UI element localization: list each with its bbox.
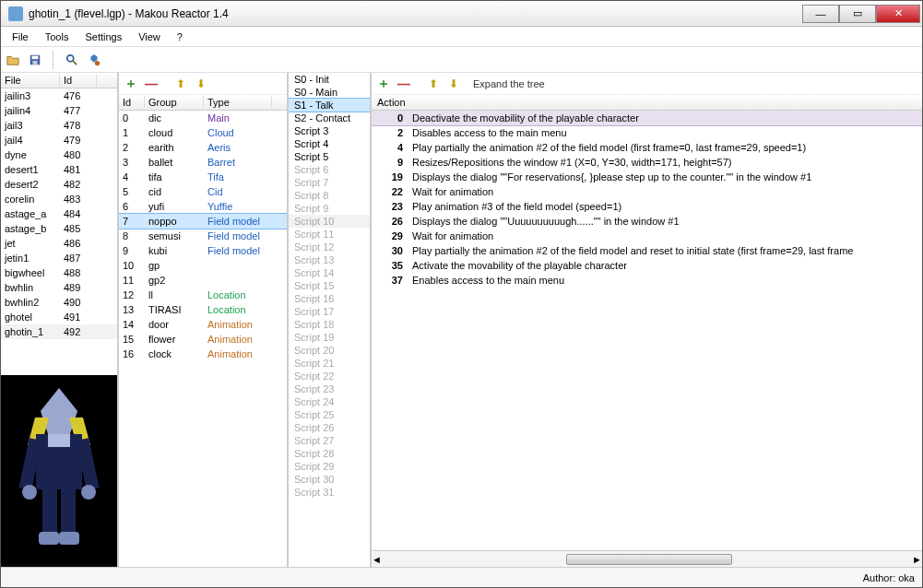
script-row[interactable]: Script 4: [289, 137, 370, 150]
script-row: Script 30: [289, 473, 370, 486]
file-row[interactable]: desert1481: [1, 162, 117, 177]
script-row: Script 26: [289, 421, 370, 434]
script-list-panel: S0 - InitS0 - MainS1 - TalkS2 - ContactS…: [289, 73, 372, 567]
group-row[interactable]: 5cidCid: [119, 184, 287, 199]
menu-file[interactable]: File: [5, 29, 36, 44]
action-row[interactable]: 30Play partially the animation #2 of the…: [372, 243, 922, 258]
file-row[interactable]: astage_b485: [1, 221, 117, 236]
svg-line-4: [73, 60, 77, 64]
maximize-button[interactable]: ▭: [839, 5, 876, 23]
script-row[interactable]: S2 - Contact: [289, 112, 370, 124]
script-row: Script 8: [289, 189, 370, 202]
file-row[interactable]: bigwheel488: [1, 265, 117, 280]
remove-group-icon[interactable]: ―: [143, 76, 160, 92]
menu-settings[interactable]: Settings: [77, 29, 129, 44]
file-list-panel: File Id jailin3476jailin4477jail3478jail…: [1, 73, 119, 567]
group-row[interactable]: 4tifaTifa: [119, 170, 287, 184]
group-row[interactable]: 16clockAnimation: [119, 347, 287, 361]
file-row[interactable]: corelin483: [1, 192, 117, 206]
script-row[interactable]: S0 - Main: [289, 86, 370, 99]
script-row: Script 23: [289, 382, 370, 395]
script-row: Script 13: [289, 253, 370, 266]
file-row[interactable]: jetin1487: [1, 251, 117, 265]
remove-action-icon[interactable]: ―: [396, 76, 412, 92]
script-row: Script 16: [289, 292, 370, 305]
model-icon[interactable]: [86, 52, 102, 68]
action-row[interactable]: 19Displays the dialog ""For reservations…: [372, 170, 922, 184]
menu-help[interactable]: ?: [170, 29, 190, 44]
titlebar: ghotin_1 (flevel.lgp) - Makou Reactor 1.…: [1, 1, 922, 27]
move-up-icon[interactable]: ⬆: [172, 76, 189, 92]
file-row[interactable]: jailin3476: [1, 88, 117, 103]
search-icon[interactable]: [64, 52, 80, 68]
group-row[interactable]: 15flowerAnimation: [119, 332, 287, 347]
script-row: Script 29: [289, 460, 370, 473]
file-row[interactable]: dyne480: [1, 147, 117, 162]
script-row[interactable]: S0 - Init: [289, 73, 370, 86]
file-row[interactable]: jail3478: [1, 118, 117, 133]
horizontal-scrollbar[interactable]: ◄►: [372, 550, 922, 567]
group-row[interactable]: 7noppoField model: [119, 214, 287, 229]
svg-point-5: [95, 60, 100, 65]
action-down-icon[interactable]: ⬇: [445, 76, 462, 92]
group-row[interactable]: 9kubiField model: [119, 243, 287, 258]
group-row[interactable]: 10gp: [119, 258, 287, 273]
file-row[interactable]: bwhlin489: [1, 280, 117, 295]
group-row[interactable]: 2earithAeris: [119, 140, 287, 155]
action-row[interactable]: 0Deactivate the movability of the playab…: [372, 111, 922, 125]
action-row[interactable]: 9Resizes/Repositions the window #1 (X=0,…: [372, 155, 922, 170]
add-group-icon[interactable]: ＋: [123, 76, 139, 92]
minimize-button[interactable]: —: [802, 5, 839, 23]
file-row[interactable]: ghotel491: [1, 310, 117, 324]
svg-point-3: [67, 54, 74, 61]
action-header: Action: [372, 95, 922, 111]
group-row[interactable]: 0dicMain: [119, 111, 287, 125]
character-model: [4, 388, 114, 554]
action-row[interactable]: 35Activate the movability of the playabl…: [372, 258, 922, 273]
group-row[interactable]: 13TIRASILocation: [119, 302, 287, 317]
script-row[interactable]: Script 5: [289, 150, 370, 163]
action-row[interactable]: 22Wait for animation: [372, 184, 922, 199]
open-icon[interactable]: [5, 52, 21, 68]
menu-tools[interactable]: Tools: [38, 29, 77, 44]
action-row[interactable]: 29Wait for animation: [372, 229, 922, 243]
toolbar: [1, 47, 922, 73]
group-row[interactable]: 14doorAnimation: [119, 317, 287, 332]
move-down-icon[interactable]: ⬇: [193, 76, 209, 92]
group-row[interactable]: 6yufiYuffie: [119, 199, 287, 214]
action-row[interactable]: 37Enables access to the main menu: [372, 273, 922, 288]
script-row: Script 11: [289, 228, 370, 241]
script-row: Script 12: [289, 241, 370, 253]
group-row[interactable]: 11gp2: [119, 273, 287, 288]
file-row[interactable]: jail4479: [1, 133, 117, 147]
expand-tree-button[interactable]: Expand the tree: [473, 78, 545, 89]
script-row: Script 31: [289, 486, 370, 499]
save-icon[interactable]: [27, 52, 43, 68]
menu-view[interactable]: View: [131, 29, 168, 44]
action-row[interactable]: 4Play partially the animation #2 of the …: [372, 140, 922, 155]
model-preview: [1, 375, 117, 567]
script-row: Script 18: [289, 318, 370, 331]
file-row[interactable]: ghotin_1492: [1, 324, 117, 339]
script-row: Script 24: [289, 395, 370, 408]
window-title: ghotin_1 (flevel.lgp) - Makou Reactor 1.…: [29, 7, 802, 20]
group-row[interactable]: 1cloudCloud: [119, 125, 287, 140]
close-button[interactable]: ✕: [876, 5, 920, 23]
group-row[interactable]: 8semusiField model: [119, 229, 287, 243]
group-row[interactable]: 12llLocation: [119, 288, 287, 302]
group-row[interactable]: 3balletBarret: [119, 155, 287, 170]
script-row[interactable]: S1 - Talk: [289, 99, 370, 112]
action-row[interactable]: 2Disables access to the main menu: [372, 125, 922, 140]
file-row[interactable]: jailin4477: [1, 103, 117, 118]
action-row[interactable]: 23Play animation #3 of the field model (…: [372, 199, 922, 214]
script-row: Script 28: [289, 447, 370, 460]
file-row[interactable]: astage_a484: [1, 206, 117, 221]
action-row[interactable]: 26Displays the dialog ""Uuuuuuuuuugh....…: [372, 214, 922, 229]
add-action-icon[interactable]: ＋: [375, 76, 392, 92]
file-row[interactable]: bwhlin2490: [1, 295, 117, 310]
file-row[interactable]: desert2482: [1, 177, 117, 192]
file-row[interactable]: jet486: [1, 236, 117, 251]
script-row: Script 22: [289, 370, 370, 382]
script-row[interactable]: Script 3: [289, 124, 370, 137]
action-up-icon[interactable]: ⬆: [425, 76, 442, 92]
